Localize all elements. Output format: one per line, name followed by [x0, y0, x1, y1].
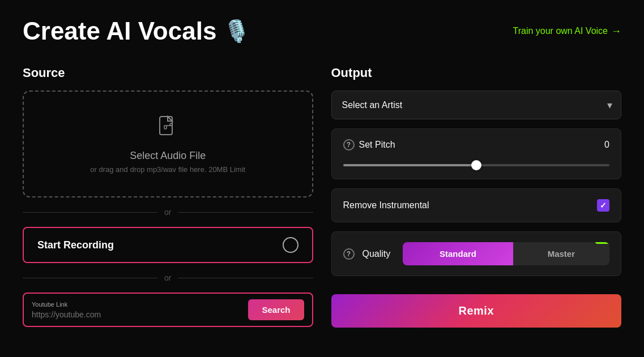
- pitch-header: ? Set Pitch 0: [343, 139, 610, 150]
- select-file-label: Select Audio File: [130, 150, 206, 162]
- instrumental-checkbox[interactable]: ✓: [597, 199, 609, 212]
- pitch-help-icon[interactable]: ?: [343, 139, 355, 150]
- artist-select-wrapper: Select an Artist ▾: [331, 91, 622, 119]
- record-circle-icon: [283, 237, 298, 253]
- quality-row: ? Quality Standard Master Pro: [343, 242, 610, 265]
- or-label-1: or: [164, 208, 171, 217]
- quality-card: ? Quality Standard Master Pro: [331, 231, 622, 276]
- main-layout: Source Select Audio File or drag and dro…: [23, 66, 621, 328]
- youtube-input-container: Youtube Link Search: [23, 293, 313, 327]
- page-title: Create AI Vocals 🎙️: [23, 17, 250, 45]
- youtube-input-group: Youtube Link: [32, 301, 241, 319]
- pitch-card: ? Set Pitch 0: [331, 128, 622, 179]
- artist-select[interactable]: Select an Artist: [331, 91, 622, 119]
- or-divider-1: or: [23, 208, 313, 217]
- svg-point-4: [170, 123, 172, 126]
- source-title: Source: [23, 66, 313, 80]
- pitch-value: 0: [604, 140, 609, 150]
- remix-button[interactable]: Remix: [331, 294, 622, 328]
- search-button[interactable]: Search: [248, 299, 304, 320]
- start-recording-button[interactable]: Start Recording: [23, 227, 313, 263]
- instrumental-label: Remove Instrumental: [343, 200, 429, 210]
- quality-buttons-group: Standard Master Pro: [403, 242, 609, 265]
- header: Create AI Vocals 🎙️ Train your own AI Vo…: [23, 17, 621, 45]
- mic-icon: 🎙️: [223, 19, 250, 44]
- quality-standard-button[interactable]: Standard: [403, 242, 513, 265]
- file-dropzone[interactable]: Select Audio File or drag and drop mp3/w…: [23, 91, 313, 197]
- youtube-label: Youtube Link: [32, 301, 241, 308]
- youtube-input[interactable]: [32, 310, 241, 319]
- quality-label: Quality: [362, 249, 391, 259]
- or-divider-2: or: [23, 273, 313, 282]
- pitch-label: Set Pitch: [359, 140, 395, 150]
- source-section: Source Select Audio File or drag and dro…: [23, 66, 313, 328]
- quality-help-icon[interactable]: ?: [343, 248, 355, 260]
- pro-badge: Pro: [595, 242, 609, 244]
- output-title: Output: [331, 66, 622, 80]
- dropzone-hint: or drag and drop mp3/wav file here. 20MB…: [90, 165, 245, 174]
- remove-instrumental-card: Remove Instrumental ✓: [331, 188, 622, 222]
- pitch-slider[interactable]: [343, 164, 610, 166]
- output-section: Output Select an Artist ▾ ? Set Pitch 0 …: [331, 66, 622, 328]
- pitch-title-row: ? Set Pitch: [343, 139, 395, 150]
- check-icon: ✓: [600, 201, 607, 210]
- title-text: Create AI Vocals: [23, 17, 216, 45]
- quality-master-wrap: Master Pro: [513, 242, 609, 265]
- train-voice-link[interactable]: Train your own AI Voice →: [513, 25, 622, 37]
- file-music-icon: [156, 114, 179, 142]
- record-label: Start Recording: [37, 239, 114, 251]
- instrumental-row: Remove Instrumental ✓: [343, 199, 610, 212]
- quality-master-button[interactable]: Master: [513, 242, 609, 265]
- or-label-2: or: [164, 273, 171, 282]
- arrow-icon: →: [611, 25, 621, 37]
- train-voice-label: Train your own AI Voice: [513, 26, 608, 36]
